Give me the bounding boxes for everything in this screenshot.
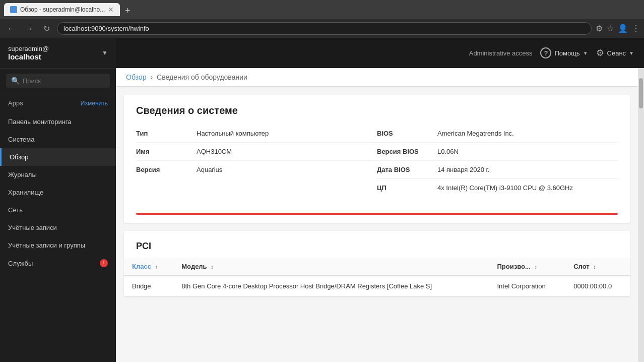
pci-card: PCI Класс ↑ Модель — [124, 231, 630, 296]
pci-table-container: Класс ↑ Модель ↕ Произво... — [124, 258, 630, 296]
breadcrumb-separator: › — [150, 73, 153, 81]
sidebar-section-header: Apps Изменить — [0, 97, 116, 109]
gear-icon: ⚙ — [596, 47, 604, 58]
help-button[interactable]: ? Помощь ▼ — [540, 47, 588, 58]
tab-close-button[interactable]: ✕ — [108, 6, 114, 14]
help-icon: ? — [540, 47, 551, 58]
info-label-cpu: ЦП — [377, 184, 437, 192]
menu-icon[interactable]: ⋮ — [632, 24, 640, 33]
sidebar-item-storage[interactable]: Хранилище — [0, 184, 116, 201]
sort-icon-manufacturer: ↕ — [534, 264, 537, 270]
pci-title: PCI — [124, 231, 630, 258]
sidebar-item-accounts[interactable]: Учётные записи — [0, 219, 116, 236]
sidebar-item-label: Сеть — [8, 206, 23, 214]
main-content: Administrative access ? Помощь ▼ ⚙ Сеанс… — [116, 38, 644, 362]
sidebar-item-label: Обзор — [10, 153, 29, 161]
info-value-cpu: 4x Intel(R) Core(TM) i3-9100 CPU @ 3.60G… — [437, 184, 618, 192]
sidebar-item-label: Панель мониторинга — [8, 118, 72, 126]
system-info-title: Сведения о системе — [124, 95, 630, 125]
sidebar-item-services[interactable]: Службы ! — [0, 254, 116, 272]
browser-action-icons: ⚙ ☆ 👤 ⋮ — [596, 24, 640, 33]
top-nav: Administrative access ? Помощь ▼ ⚙ Сеанс… — [116, 38, 644, 68]
sidebar-item-system[interactable]: Система — [0, 131, 116, 148]
scrollbar-thumb[interactable] — [639, 78, 643, 108]
sidebar-item-network[interactable]: Сеть — [0, 201, 116, 219]
info-row-bios-date: Дата BIOS 14 января 2020 г. — [377, 161, 618, 179]
info-label-type: Тип — [136, 130, 197, 137]
table-row: Bridge 8th Gen Core 4-core Desktop Proce… — [124, 276, 630, 296]
info-row-bios: BIOS American Megatrends Inc. — [377, 125, 618, 143]
search-icon: 🔍 — [11, 77, 20, 85]
cell-model: 8th Gen Core 4-core Desktop Processor Ho… — [173, 276, 489, 296]
services-badge: ! — [100, 259, 108, 267]
address-input[interactable] — [57, 22, 592, 35]
sidebar-item-monitoring[interactable]: Панель мониторинга — [0, 113, 116, 131]
session-chevron-icon: ▼ — [629, 50, 634, 56]
info-row-type: Тип Настольный компьютер — [136, 125, 377, 143]
search-inner: 🔍 — [6, 74, 110, 88]
forward-button[interactable]: → — [22, 23, 36, 34]
pci-table: Класс ↑ Модель ↕ Произво... — [124, 258, 630, 296]
content-scroll: Обзор › Сведения об оборудовании Сведени… — [116, 68, 638, 362]
sort-asc-icon: ↑ — [155, 264, 158, 270]
sidebar-hostname: localhost — [8, 52, 49, 61]
tab-favicon — [10, 6, 17, 13]
session-button[interactable]: ⚙ Сеанс ▼ — [596, 47, 634, 58]
sidebar-item-label: Система — [8, 136, 34, 143]
profile-icon[interactable]: 👤 — [618, 24, 628, 33]
breadcrumb-root[interactable]: Обзор — [126, 73, 146, 81]
sidebar-apps-section: Apps Изменить — [0, 93, 116, 113]
system-info-left: Тип Настольный компьютер Имя AQH310CM Ве… — [136, 125, 377, 197]
info-row-cpu: ЦП 4x Intel(R) Core(TM) i3-9100 CPU @ 3.… — [377, 179, 618, 197]
sidebar-header: superadmin@ localhost ▼ — [0, 38, 116, 69]
sidebar-item-overview[interactable]: Обзор — [0, 148, 116, 166]
main-scrollbar[interactable] — [638, 68, 644, 362]
tab-label: Обзор - superadmin@localho... — [20, 6, 105, 13]
info-label-version: Версия — [136, 166, 197, 173]
top-nav-actions: Administrative access ? Помощь ▼ ⚙ Сеанс… — [469, 47, 634, 58]
sidebar-chevron-icon[interactable]: ▼ — [102, 49, 108, 56]
info-label-bios-date: Дата BIOS — [377, 166, 437, 173]
address-bar: ← → ↻ ⚙ ☆ 👤 ⋮ — [0, 19, 644, 38]
system-info-grid: Тип Настольный компьютер Имя AQH310CM Ве… — [124, 125, 630, 207]
sidebar-item-logs[interactable]: Журналы — [0, 166, 116, 184]
sidebar-item-label: Службы — [8, 260, 33, 267]
sidebar-apps-action[interactable]: Изменить — [81, 100, 108, 107]
sidebar-scroll: Apps Изменить Панель мониторинга Система… — [0, 93, 116, 362]
col-class[interactable]: Класс ↑ — [124, 258, 173, 276]
sidebar-apps-label: Apps — [8, 99, 23, 107]
active-tab[interactable]: Обзор - superadmin@localho... ✕ — [4, 3, 120, 16]
reload-button[interactable]: ↻ — [40, 23, 53, 34]
session-label: Сеанс — [607, 49, 626, 57]
sort-icon-model: ↕ — [211, 264, 214, 270]
breadcrumb: Обзор › Сведения об оборудовании — [116, 68, 638, 87]
system-info-right: BIOS American Megatrends Inc. Версия BIO… — [377, 125, 618, 197]
sidebar-item-label: Журналы — [8, 171, 37, 178]
back-button[interactable]: ← — [4, 23, 18, 34]
info-label-name: Имя — [136, 148, 197, 155]
extensions-icon[interactable]: ⚙ — [596, 24, 603, 33]
sidebar: superadmin@ localhost ▼ 🔍 Apps Изменить … — [0, 38, 116, 362]
search-input[interactable] — [23, 77, 107, 85]
info-value-bios-version: L0.06N — [437, 148, 618, 155]
sidebar-username-prefix: superadmin@ — [8, 45, 49, 52]
sidebar-item-label: Хранилище — [8, 189, 43, 196]
info-row-version: Версия Aquarius — [136, 161, 377, 178]
bookmark-icon[interactable]: ☆ — [607, 24, 614, 33]
info-label-bios-version: Версия BIOS — [377, 148, 437, 155]
sidebar-item-accounts-groups[interactable]: Учётные записи и группы — [0, 236, 116, 254]
info-value-type: Настольный компьютер — [197, 130, 377, 137]
col-manufacturer[interactable]: Произво... ↕ — [489, 258, 566, 276]
cell-slot: 0000:00:00.0 — [565, 276, 630, 296]
col-model[interactable]: Модель ↕ — [173, 258, 489, 276]
col-slot[interactable]: Слот ↕ — [565, 258, 630, 276]
sidebar-user: superadmin@ localhost — [8, 45, 49, 61]
new-tab-button[interactable]: + — [122, 6, 134, 16]
help-chevron-icon: ▼ — [583, 50, 588, 56]
sidebar-item-label: Учётные записи и группы — [8, 242, 85, 249]
search-box: 🔍 — [0, 69, 116, 93]
info-value-version: Aquarius — [197, 166, 377, 173]
layout-with-scrollbar: Обзор › Сведения об оборудовании Сведени… — [116, 68, 644, 362]
app-container: superadmin@ localhost ▼ 🔍 Apps Изменить … — [0, 38, 644, 362]
cell-manufacturer: Intel Corporation — [489, 276, 566, 296]
